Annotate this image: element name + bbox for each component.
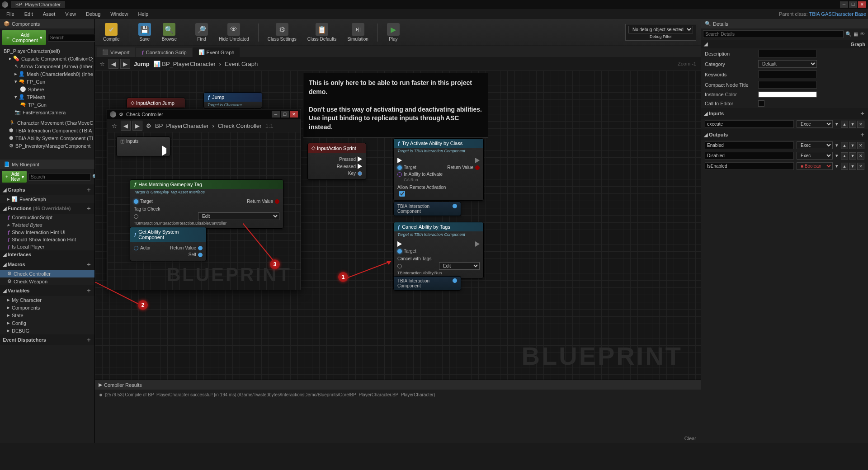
param-name-input[interactable] xyxy=(705,120,794,128)
component-item[interactable]: ⬢ TBIA Interaction Component (TBIA_Inter… xyxy=(2,127,93,134)
component-root[interactable]: BP_PlayerCharacter(self) xyxy=(2,47,93,55)
event-graph-canvas[interactable]: BLUEPRINT This is only here to be able t… xyxy=(95,70,701,380)
param-type-select[interactable]: Exec xyxy=(797,141,833,149)
sub-close-button[interactable]: ✕ xyxy=(290,111,298,118)
param-up-button[interactable]: ▲ xyxy=(841,163,848,170)
component-item[interactable]: ⚙ BP_InventoryManagerComponent xyxy=(2,142,93,150)
param-up-button[interactable]: ▲ xyxy=(841,152,848,160)
sub-breadcrumb-bp[interactable]: BP_PlayerCharacter xyxy=(155,122,209,129)
macros-section[interactable]: ◢ Macros＋ xyxy=(0,259,94,270)
param-down-button[interactable]: ▼ xyxy=(849,142,856,149)
variable-category[interactable]: ▸ State xyxy=(0,311,94,319)
class-defaults-button[interactable]: 📋Class Defaults xyxy=(304,21,340,43)
nav-forward-button[interactable]: ▶ xyxy=(120,59,130,69)
graph-item-eventgraph[interactable]: ▸ 📊 EventGraph xyxy=(0,195,94,203)
minimize-button[interactable]: ─ xyxy=(840,1,848,8)
menu-asset[interactable]: Asset xyxy=(38,10,60,18)
functions-section[interactable]: ◢ Functions (46 Overridable)＋ xyxy=(0,203,94,214)
param-down-button[interactable]: ▼ xyxy=(849,163,856,170)
add-input-icon[interactable]: ＋ xyxy=(859,109,865,118)
param-type-select[interactable]: Exec xyxy=(797,120,833,128)
sub-nav-back[interactable]: ◀ xyxy=(121,121,131,131)
function-item[interactable]: ƒ Show Interaction Hint UI xyxy=(0,229,94,236)
sub-nav-forward[interactable]: ▶ xyxy=(132,121,142,131)
param-delete-button[interactable]: ✕ xyxy=(857,121,864,128)
compile-button[interactable]: ✔Compile xyxy=(99,21,123,43)
node-try-activate[interactable]: ƒ Try Activate Ability by Class Target i… xyxy=(393,138,484,201)
breadcrumb-graph[interactable]: Event Graph xyxy=(225,61,258,67)
compiler-clear-button[interactable]: Clear xyxy=(684,436,696,441)
allow-remote-checkbox[interactable] xyxy=(399,191,405,197)
browse-button[interactable]: 🔍Browse xyxy=(158,21,180,43)
component-item[interactable]: 🏃 Character Movement (CharMoveComp) (I xyxy=(2,119,93,127)
breadcrumb-bp[interactable]: 📊 BP_PlayerCharacter xyxy=(153,61,216,67)
class-settings-button[interactable]: ⚙Class Settings xyxy=(264,21,300,43)
debug-filter[interactable]: No debug object selected Debug Filter xyxy=(625,24,696,41)
description-input[interactable] xyxy=(758,50,817,57)
details-inputs-section[interactable]: ◢ Inputs＋ xyxy=(701,108,868,119)
function-item[interactable]: ƒ ConstructionScript xyxy=(0,214,94,221)
component-item[interactable]: ▸ 💊 Capsule Component (CollisionCylinder… xyxy=(2,55,93,62)
function-category[interactable]: ▸ Twisted Bytes xyxy=(0,221,94,229)
param-container-icon[interactable]: ▾ xyxy=(835,142,838,148)
menu-edit[interactable]: Edit xyxy=(20,10,38,18)
function-item[interactable]: ƒ Should Show Interaction Hint xyxy=(0,236,94,243)
property-matrix-icon[interactable]: ▦ xyxy=(854,31,858,37)
macro-subwindow[interactable]: ⚙ Check Controller ─ ☐ ✕ ☆ ◀ ▶ ⚙ BP_Play… xyxy=(107,109,301,290)
param-delete-button[interactable]: ✕ xyxy=(857,152,864,160)
param-down-button[interactable]: ▼ xyxy=(849,152,856,160)
component-item[interactable]: ↖ Arrow Component (Arrow) (Inherited) xyxy=(2,62,93,70)
components-panel-header[interactable]: 📦 Components xyxy=(0,19,94,28)
keywords-input[interactable] xyxy=(758,70,817,78)
details-outputs-section[interactable]: ◢ Outputs＋ xyxy=(701,129,868,140)
tab-construction[interactable]: ƒ Construction Scrip xyxy=(136,48,192,57)
comment-note[interactable]: This is only here to be able to run fast… xyxy=(303,73,488,138)
param-type-select[interactable]: ■ Boolean xyxy=(797,162,833,170)
param-container-icon[interactable]: ▾ xyxy=(835,121,838,127)
tab-eventgraph[interactable]: 📊 Event Graph xyxy=(193,47,240,57)
node-inputaction-jump[interactable]: ◇ InputAction Jump xyxy=(127,98,185,108)
variables-section[interactable]: ◢ Variables＋ xyxy=(0,285,94,296)
add-new-button[interactable]: ＋Add New ▾ xyxy=(2,171,27,183)
myblueprint-panel-header[interactable]: 📘 My Blueprint xyxy=(0,160,94,169)
node-cancel-ability[interactable]: ƒ Cancel Ability by Tags Target is TBIA … xyxy=(393,222,484,278)
variable-category[interactable]: ▸ My Character xyxy=(0,296,94,304)
hide-unrelated-button[interactable]: 👁Hide Unrelated xyxy=(215,21,253,43)
asset-tab[interactable]: BP_PlayerCharacter xyxy=(11,1,65,8)
node-has-matching-tag[interactable]: ƒ Has Matching Gameplay Tag Target is Ga… xyxy=(130,179,283,229)
instance-color-swatch[interactable] xyxy=(758,91,817,98)
menu-window[interactable]: Window xyxy=(106,10,132,18)
view-options-icon[interactable]: 👁 xyxy=(860,31,866,38)
node-tbia-component-ref-1[interactable]: TBIA Interaction Component xyxy=(393,202,461,216)
node-tbia-component-ref-2[interactable]: TBIA Interaction Component xyxy=(393,276,461,291)
menu-debug[interactable]: Debug xyxy=(81,10,105,18)
node-macro-inputs[interactable]: ◫ Inputs xyxy=(116,136,170,156)
close-button[interactable]: ✕ xyxy=(858,1,866,8)
dispatchers-section[interactable]: Event Dispatchers＋ xyxy=(0,334,94,345)
node-jump[interactable]: ƒ Jump Target is Character xyxy=(203,92,262,108)
cancel-tags-dropdown[interactable]: Edit xyxy=(439,262,480,270)
call-in-editor-checkbox[interactable] xyxy=(758,100,764,107)
sub-maximize-button[interactable]: ☐ xyxy=(281,111,289,118)
debug-object-select[interactable]: No debug object selected xyxy=(628,26,693,33)
save-button[interactable]: 💾Save xyxy=(135,21,155,43)
variable-category[interactable]: ▸ DEBUG xyxy=(0,327,94,334)
add-output-icon[interactable]: ＋ xyxy=(859,131,865,139)
interfaces-section[interactable]: ◢ Interfaces xyxy=(0,250,94,259)
macro-item-checkweapon[interactable]: ⚙ Check Weapon xyxy=(0,277,94,285)
component-item[interactable]: ⬢ TBIA Ability System Component (TBIA_Al xyxy=(2,134,93,142)
param-down-button[interactable]: ▼ xyxy=(849,121,856,128)
param-name-input[interactable] xyxy=(705,141,794,149)
favorite-icon[interactable]: ☆ xyxy=(99,61,105,67)
macro-item-checkcontroller[interactable]: ⚙ Check Controller xyxy=(0,270,94,277)
sub-breadcrumb-macro[interactable]: Check Controller xyxy=(218,122,262,129)
variable-category[interactable]: ▸ Components xyxy=(0,304,94,311)
compiler-results-header[interactable]: ▶ Compiler Results xyxy=(95,380,701,390)
add-dispatcher-icon[interactable]: ＋ xyxy=(86,336,92,344)
component-item[interactable]: 🔫 TP_Gun xyxy=(2,101,93,108)
play-button[interactable]: ▶Play xyxy=(383,21,403,43)
param-up-button[interactable]: ▲ xyxy=(841,121,848,128)
tab-viewport[interactable]: ⬛ Viewport xyxy=(97,47,135,57)
myblueprint-search[interactable] xyxy=(28,173,90,181)
component-item[interactable]: ▸ 👤 Mesh (CharacterMesh0) (Inherited) xyxy=(2,70,93,78)
